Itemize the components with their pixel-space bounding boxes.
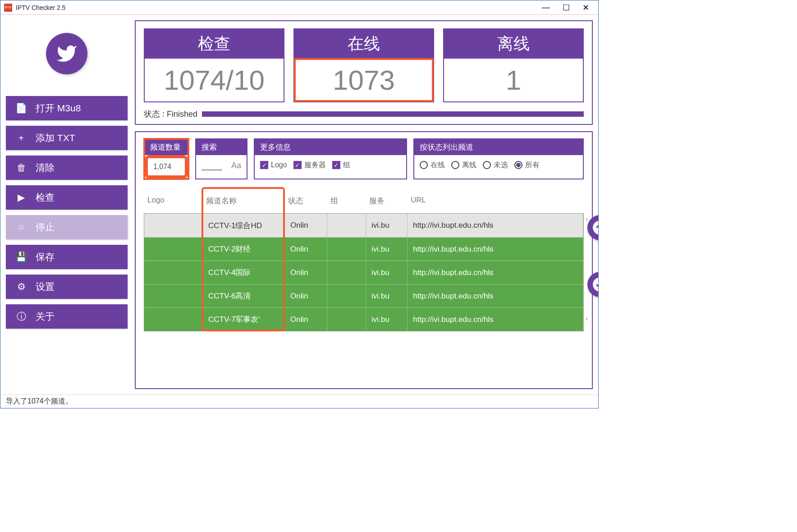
th-url[interactable]: URL: [411, 196, 580, 206]
window-title: IPTV Checker 2.5: [16, 4, 66, 11]
table-row[interactable]: CCTV-6高清Onlinivi.buhttp://ivi.bupt.edu.c…: [144, 284, 583, 307]
save-button[interactable]: 💾 保存: [6, 245, 128, 269]
group-checkbox[interactable]: ✓组: [332, 161, 350, 170]
scroll-up-button[interactable]: [587, 215, 599, 240]
server-checkbox[interactable]: ✓服务器: [293, 161, 326, 170]
close-button[interactable]: ✕: [582, 3, 589, 13]
online-card: 在线 1073: [293, 28, 434, 102]
trash-icon: 🗑: [17, 162, 26, 173]
stats-panel: 检查 1074/10 在线 1073 离线 1 状态 : Finished: [135, 20, 593, 125]
channel-table: Logo 频道名称 状态 组 服务 URL CCTV-1综合HDOnlinivi…: [144, 188, 584, 388]
radio-unselected[interactable]: 未选: [483, 161, 508, 170]
stop-icon: ○: [17, 222, 26, 233]
th-logo[interactable]: Logo: [147, 196, 206, 206]
scroll-down-button[interactable]: [587, 272, 599, 297]
stop-button: ○ 停止: [6, 215, 128, 239]
progress-bar: [202, 111, 584, 117]
minimize-button[interactable]: —: [542, 3, 550, 13]
status-text: 状态 : Finished: [144, 109, 197, 119]
table-row[interactable]: CCTV-4国际Onlinivi.buhttp://ivi.bupt.edu.c…: [144, 261, 583, 284]
twitter-icon[interactable]: [46, 33, 87, 74]
radio-online[interactable]: 在线: [420, 161, 445, 170]
table-row[interactable]: CCTV-7军事农'Onlinivi.buhttp://ivi.bupt.edu…: [144, 307, 583, 331]
offline-card: 离线 1: [443, 28, 584, 102]
table-row[interactable]: CCTV-2财经Onlinivi.buhttp://ivi.bupt.edu.c…: [144, 237, 583, 261]
table-header: Logo 频道名称 状态 组 服务 URL: [144, 188, 584, 213]
channel-count-box: 频道数量 1,074: [144, 138, 189, 179]
gear-icon: ⚙: [17, 281, 26, 292]
search-box: 搜索 Aa: [195, 138, 247, 179]
add-txt-button[interactable]: + 添加 TXT: [6, 126, 128, 150]
radio-offline[interactable]: 离线: [451, 161, 476, 170]
table-row[interactable]: CCTV-1综合HDOnlinivi.buhttp://ivi.bupt.edu…: [144, 214, 583, 237]
check-button[interactable]: ▶ 检查: [6, 185, 128, 210]
save-icon: 💾: [17, 252, 26, 262]
settings-button[interactable]: ⚙ 设置: [6, 275, 128, 299]
sidebar: 📄 打开 M3u8 + 添加 TXT 🗑 清除 ▶ 检查 ○ 停止 💾 保存 ⚙…: [6, 20, 128, 389]
maximize-button[interactable]: ☐: [563, 3, 570, 13]
checked-card: 检查 1074/10: [144, 28, 284, 102]
th-status[interactable]: 状态: [288, 196, 330, 206]
info-icon: ⓘ: [17, 310, 26, 323]
scroll-down-icon[interactable]: ↓: [586, 315, 589, 321]
statusbar: 导入了1074个频道。: [0, 394, 598, 408]
filters-panel: 频道数量 1,074 搜索 Aa 更多信息 ✓Logo ✓服务器 ✓组: [135, 131, 593, 389]
about-button[interactable]: ⓘ 关于: [6, 304, 128, 329]
list-by-state-box: 按状态列出频道 在线 离线 未选 所有: [413, 138, 584, 179]
plus-icon: +: [17, 133, 26, 143]
clear-button[interactable]: 🗑 清除: [6, 156, 128, 180]
app-logo-icon: IPTV: [4, 4, 12, 12]
logo-checkbox[interactable]: ✓Logo: [260, 161, 287, 169]
search-input[interactable]: [202, 170, 222, 170]
more-info-box: 更多信息 ✓Logo ✓服务器 ✓组: [254, 138, 407, 179]
th-name[interactable]: 频道名称: [206, 196, 288, 206]
file-icon: 📄: [17, 103, 26, 114]
titlebar: IPTV IPTV Checker 2.5 — ☐ ✕: [0, 0, 598, 15]
aa-icon: Aa: [231, 161, 241, 170]
th-server[interactable]: 服务: [369, 196, 411, 206]
radio-all[interactable]: 所有: [514, 161, 540, 170]
play-icon: ▶: [17, 192, 26, 203]
th-group[interactable]: 组: [330, 196, 369, 206]
open-m3u8-button[interactable]: 📄 打开 M3u8: [6, 96, 128, 120]
